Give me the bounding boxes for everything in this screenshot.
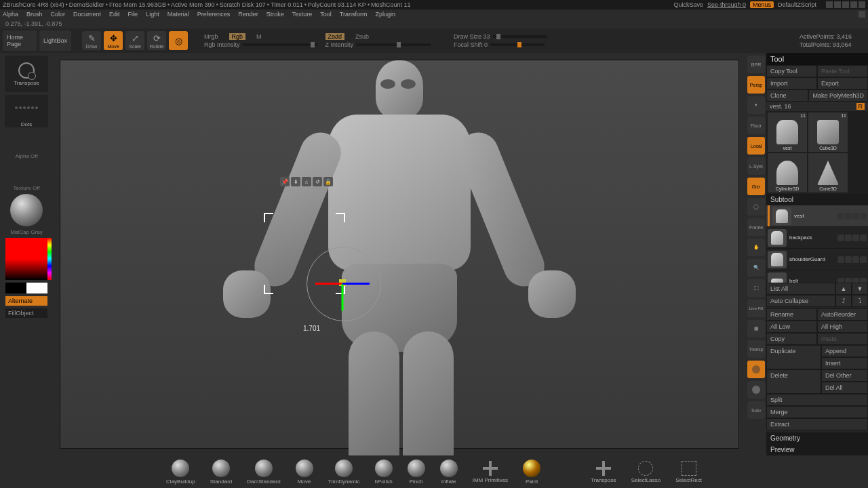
frame-button[interactable]: Frame — [747, 218, 765, 236]
shelf-active-15[interactable] — [747, 361, 765, 378]
solo-sphere-icon[interactable] — [747, 381, 765, 399]
texture-off-label[interactable]: Texture Off — [14, 185, 40, 191]
transpose-tool[interactable]: Transpose — [5, 56, 48, 92]
swatch-black[interactable] — [5, 283, 26, 293]
brush-move[interactable]: Move — [296, 460, 313, 485]
local-button[interactable]: Local — [747, 137, 765, 155]
allhigh-button[interactable]: All High — [817, 321, 868, 333]
zadd-toggle[interactable]: Zadd — [326, 33, 345, 40]
copy-subtool-button[interactable]: Copy — [766, 333, 817, 345]
focalshift-slider[interactable] — [490, 43, 545, 46]
brush-trimdynamic[interactable]: TrimDynamic — [328, 460, 360, 485]
persp-button[interactable]: Persp — [747, 76, 765, 94]
lsym-button[interactable]: L.Sym — [747, 157, 765, 175]
arrow-up-icon[interactable]: ▲ — [835, 283, 852, 295]
home-button[interactable]: Home Page — [3, 30, 37, 51]
alternate-button[interactable]: Alternate — [5, 296, 47, 306]
scale-button[interactable]: ⤢Scale — [125, 31, 144, 50]
menu-color[interactable]: Color — [51, 11, 66, 18]
alpha-off-label[interactable]: Alpha Off — [15, 153, 37, 159]
merge-section[interactable]: Merge — [766, 406, 868, 418]
duplicate-button[interactable]: Duplicate — [766, 345, 821, 369]
subtool-belt[interactable]: belt — [766, 270, 868, 283]
m-toggle[interactable]: M — [256, 33, 262, 40]
menu-light[interactable]: Light — [146, 11, 159, 18]
extract-section[interactable]: Extract — [766, 418, 868, 430]
import-button[interactable]: Import — [766, 77, 817, 89]
brush-pinch[interactable]: Pinch — [408, 460, 425, 485]
clone-button[interactable]: Clone — [766, 89, 808, 102]
thumb-cube3d[interactable]: 11Cube3D — [808, 113, 848, 152]
brush-paint[interactable]: Paint — [523, 460, 540, 485]
brush-standard[interactable]: Standard — [210, 460, 232, 485]
make-polymesh-button[interactable]: Make PolyMesh3D — [808, 89, 868, 102]
menu-material[interactable]: Material — [167, 11, 189, 18]
transform-gizmo[interactable] — [303, 243, 384, 325]
rgb-intensity-slider[interactable] — [243, 43, 317, 46]
zscript-label[interactable]: DefaultZScript — [778, 1, 816, 8]
maximize-icon[interactable] — [842, 1, 849, 8]
gizr-button[interactable]: Gizr — [747, 178, 765, 195]
menu-transform[interactable]: Transform — [340, 11, 368, 18]
subtool-backpack[interactable]: backpack — [766, 227, 868, 249]
brush-immprimitives[interactable]: IMM Primitives — [473, 461, 508, 483]
config-icon[interactable] — [850, 1, 857, 8]
menu-preferences[interactable]: Preferences — [197, 11, 231, 18]
brush-inflate[interactable]: Inflate — [440, 460, 458, 485]
delete-button[interactable]: Delete — [766, 369, 821, 394]
paste-subtool-button[interactable]: Paste — [817, 333, 868, 345]
menu-render[interactable]: Render — [238, 11, 258, 18]
zoom-icon[interactable]: 🔍 — [747, 259, 765, 277]
shelf-slot-7[interactable]: ◯ — [747, 198, 765, 216]
gizmo-button[interactable]: ◎ — [169, 31, 188, 50]
menu-zplugin[interactable]: Zplugin — [375, 11, 395, 18]
z-intensity-slider[interactable] — [356, 43, 431, 46]
fillobject-button[interactable]: FillObject — [5, 308, 47, 318]
menus-toggle[interactable]: Menus — [750, 1, 774, 8]
menu-brush[interactable]: Brush — [26, 11, 43, 18]
menu-tool[interactable]: Tool — [320, 11, 332, 18]
gizmo-home-icon[interactable]: ⌂ — [302, 177, 311, 186]
tool-name[interactable]: vest. 16 — [770, 103, 791, 110]
lightbox-button[interactable]: LightBox — [39, 30, 71, 51]
rename-button[interactable]: Rename — [766, 308, 817, 321]
fit-icon[interactable]: ⛶ — [747, 279, 765, 297]
menu-file[interactable]: File — [128, 11, 138, 18]
rotate-button[interactable]: ⟳Rotate — [147, 31, 166, 50]
bpr-button[interactable]: BPR — [747, 56, 765, 73]
insert-button[interactable]: Insert — [821, 357, 868, 369]
stroke-dots[interactable]: Dots — [5, 95, 48, 127]
move-button[interactable]: ✥Move — [104, 31, 123, 50]
transp-button[interactable]: Transp — [747, 340, 765, 358]
gizmo-lock-icon[interactable]: 🔒 — [323, 177, 333, 186]
menu-stroke[interactable]: Stroke — [267, 11, 284, 18]
export-button[interactable]: Export — [817, 77, 868, 89]
listall-button[interactable]: List All — [766, 283, 835, 295]
menu-edit[interactable]: Edit — [109, 11, 120, 18]
subtool-vest[interactable]: vest — [766, 205, 868, 227]
brush-damstandard[interactable]: DamStandard — [247, 460, 280, 485]
split-section[interactable]: Split — [766, 394, 868, 406]
thumb-cylinder3d[interactable]: Cylinder3D — [768, 153, 807, 192]
brush-transpose[interactable]: Transpose — [591, 461, 616, 483]
paste-tool-button[interactable]: Paste Tool — [817, 65, 868, 77]
shelf-slot-2[interactable]: ▾ — [747, 96, 765, 114]
brush-selectrect[interactable]: SelectRect — [675, 461, 702, 483]
menu-alpha[interactable]: Alpha — [3, 11, 18, 18]
subtool-shoulderguard[interactable]: shoulderGuard — [766, 249, 868, 270]
hand-icon[interactable]: ✋ — [747, 239, 765, 256]
quicksave-button[interactable]: QuickSave — [673, 1, 703, 8]
menu-pin-icon[interactable] — [859, 11, 865, 18]
close-icon[interactable] — [859, 1, 865, 8]
floor-button[interactable]: Floor — [747, 117, 765, 134]
autoreorder-button[interactable]: AutoReorder — [817, 308, 868, 321]
zsub-toggle[interactable]: Zsub — [355, 33, 369, 40]
seethrough-slider[interactable]: See-through 0 — [707, 1, 746, 8]
draw-button[interactable]: ✎Draw — [82, 31, 101, 50]
help-icon[interactable] — [826, 1, 833, 8]
minimize-icon[interactable] — [834, 1, 841, 8]
gizmo-drop-icon[interactable]: ⬇ — [291, 177, 300, 186]
mrgb-toggle[interactable]: Mrgb — [204, 33, 218, 40]
gizmo-reset-icon[interactable]: ↺ — [313, 177, 322, 186]
geometry-section[interactable]: Geometry — [766, 432, 868, 444]
